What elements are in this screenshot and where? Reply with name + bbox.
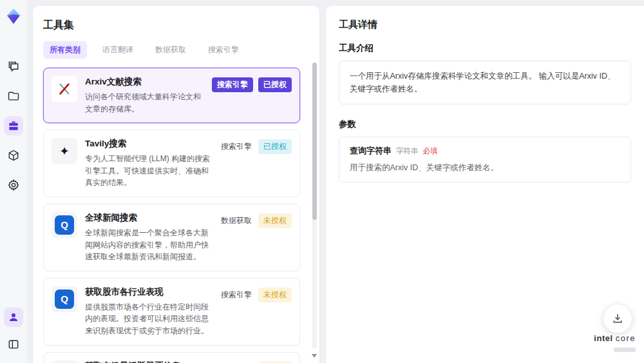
tab-search-engine[interactable]: 搜索引擎	[202, 41, 245, 59]
category-tabs: 所有类别 语言翻译 数据获取 搜索引擎	[43, 41, 309, 59]
tools-panel: 工具集 所有类别 语言翻译 数据获取 搜索引擎 Arxiv文献搜索 访问各个研究…	[32, 5, 320, 363]
sidebar-item-collapse[interactable]	[4, 335, 23, 354]
core-wordmark: core	[616, 333, 636, 343]
tool-desc: 专为人工智能代理 (LLM) 构建的搜索引擎工具。可快速提供实时、准确和真实的结…	[85, 153, 212, 189]
chat-icon	[7, 60, 20, 73]
tool-list: Arxiv文献搜索 访问各个研究领域大量科学论文和文章的存储库。 搜索引擎 已授…	[43, 68, 309, 363]
tool-desc: 提供股票市场各个行业在特定时间段内的表现。投资者可以利用这些信息来识别表现优于或…	[85, 301, 212, 337]
parameter-card: 查询字符串 字符串 必填 用于搜索的Arxiv ID、关键字或作者姓名。	[339, 137, 631, 182]
panel-layout-icon	[7, 338, 20, 351]
q-glyph: Q	[55, 215, 74, 235]
tool-intro-text: 一个用于从Arxiv存储库搜索科学论文和文章的工具。 输入可以是Arxiv ID…	[339, 61, 631, 104]
settings-icon	[7, 179, 20, 191]
app-logo-icon	[5, 8, 22, 25]
tavily-sparkle-icon: ✦	[52, 138, 77, 164]
intro-heading: 工具介绍	[339, 43, 631, 54]
tool-body: 全球新闻搜索 全球新闻搜索是一个聚合全球各大新闻网站内容的搜索引擎，帮助用户快速…	[85, 212, 212, 263]
parameter-desc: 用于搜索的Arxiv ID、关键字或作者姓名。	[350, 162, 620, 174]
sidebar	[0, 0, 27, 363]
category-badge: 搜索引擎	[220, 139, 253, 154]
intel-core-sub-badge	[614, 348, 636, 352]
tool-name: 获取股市各行业表现	[85, 286, 212, 298]
download-button[interactable]	[603, 304, 632, 333]
page-title: 工具集	[43, 19, 309, 32]
download-icon	[611, 312, 624, 325]
sidebar-item-chat[interactable]	[4, 57, 23, 76]
category-badge: 搜索引擎	[220, 288, 253, 302]
sidebar-item-settings[interactable]	[4, 175, 23, 195]
params-heading: 参数	[339, 119, 631, 130]
tab-all-categories[interactable]: 所有类别	[43, 41, 87, 59]
arxiv-logo-icon	[52, 76, 77, 102]
sidebar-item-packages[interactable]	[4, 146, 23, 165]
tab-language-translation[interactable]: 语言翻译	[96, 41, 140, 59]
sidebar-bottom	[4, 308, 23, 354]
tool-badges: 搜索引擎 未授权	[220, 360, 292, 363]
news-q-icon: Q	[52, 212, 77, 238]
tool-card-active-stocks[interactable]: Q 获取市场最活跃股票信息 提供当天交易量最高的股票列表，投资者可以利用这些信息…	[43, 352, 300, 363]
tool-desc: 访问各个研究领域大量科学论文和文章的存储库。	[85, 91, 204, 115]
list-scrollbar[interactable]	[312, 63, 317, 349]
tool-name: 获取市场最活跃股票信息	[85, 360, 212, 363]
parameter-head: 查询字符串 字符串 必填	[350, 145, 620, 157]
sidebar-item-tools[interactable]	[4, 116, 23, 135]
tool-card-tavily[interactable]: ✦ Tavily搜索 专为人工智能代理 (LLM) 构建的搜索引擎工具。可快速提…	[43, 130, 300, 197]
tool-body: Arxiv文献搜索 访问各个研究领域大量科学论文和文章的存储库。	[85, 76, 204, 115]
sparkle-glyph: ✦	[59, 145, 70, 157]
parameter-required-badge: 必填	[423, 146, 438, 156]
tool-body: 获取股市各行业表现 提供股票市场各个行业在特定时间段内的表现。投资者可以利用这些…	[85, 286, 212, 337]
news-q-icon: Q	[52, 360, 77, 363]
intel-core-text: intel core	[594, 334, 636, 343]
tab-data-fetch[interactable]: 数据获取	[149, 41, 193, 59]
parameter-type: 字符串	[396, 146, 419, 156]
category-badge: 搜索引擎	[212, 77, 253, 92]
tool-card-global-news[interactable]: Q 全球新闻搜索 全球新闻搜索是一个聚合全球各大新闻网站内容的搜索引擎，帮助用户…	[43, 204, 300, 271]
tool-name: Tavily搜索	[85, 138, 212, 150]
tool-desc: 全球新闻搜索是一个聚合全球各大新闻网站内容的搜索引擎，帮助用户快速获取全球最新资…	[85, 227, 212, 263]
toolbox-icon	[7, 119, 20, 132]
auth-badge: 未授权	[258, 213, 292, 228]
q-glyph: Q	[55, 289, 74, 309]
auth-badge: 未授权	[258, 288, 292, 302]
detail-title: 工具详情	[339, 19, 631, 31]
tool-badges: 搜索引擎 已授权	[220, 138, 292, 154]
intel-wordmark: intel	[594, 333, 612, 343]
auth-badge: 已授权	[258, 77, 292, 92]
tool-badges: 搜索引擎 已授权	[212, 76, 292, 92]
scrollbar-thumb[interactable]	[312, 63, 317, 220]
sidebar-nav	[4, 57, 23, 195]
category-badge: 数据获取	[220, 213, 253, 228]
sidebar-item-files[interactable]	[4, 86, 23, 106]
tool-card-sector-performance[interactable]: Q 获取股市各行业表现 提供股票市场各个行业在特定时间段内的表现。投资者可以利用…	[43, 278, 300, 346]
folder-icon	[7, 90, 20, 103]
news-q-icon: Q	[52, 286, 77, 312]
tool-card-arxiv[interactable]: Arxiv文献搜索 访问各个研究领域大量科学论文和文章的存储库。 搜索引擎 已授…	[43, 68, 300, 123]
tool-body: 获取市场最活跃股票信息 提供当天交易量最高的股票列表，投资者可以利用这些信息来识…	[85, 360, 212, 363]
intel-core-logo: intel core	[594, 334, 636, 355]
tool-detail-panel: 工具详情 工具介绍 一个用于从Arxiv存储库搜索科学论文和文章的工具。 输入可…	[325, 5, 644, 363]
sidebar-item-account[interactable]	[4, 308, 23, 327]
tool-body: Tavily搜索 专为人工智能代理 (LLM) 构建的搜索引擎工具。可快速提供实…	[85, 138, 212, 189]
tool-badges: 数据获取 未授权	[220, 212, 292, 228]
user-icon	[8, 311, 19, 323]
parameter-name: 查询字符串	[350, 145, 392, 157]
tool-name: Arxiv文献搜索	[85, 76, 204, 88]
auth-badge: 已授权	[258, 139, 292, 154]
tool-badges: 搜索引擎 未授权	[220, 286, 292, 302]
cube-icon	[7, 149, 20, 162]
app-logo[interactable]	[4, 6, 23, 26]
scrollbar-down-arrow-icon[interactable]	[312, 354, 317, 358]
tool-name: 全球新闻搜索	[85, 212, 212, 224]
